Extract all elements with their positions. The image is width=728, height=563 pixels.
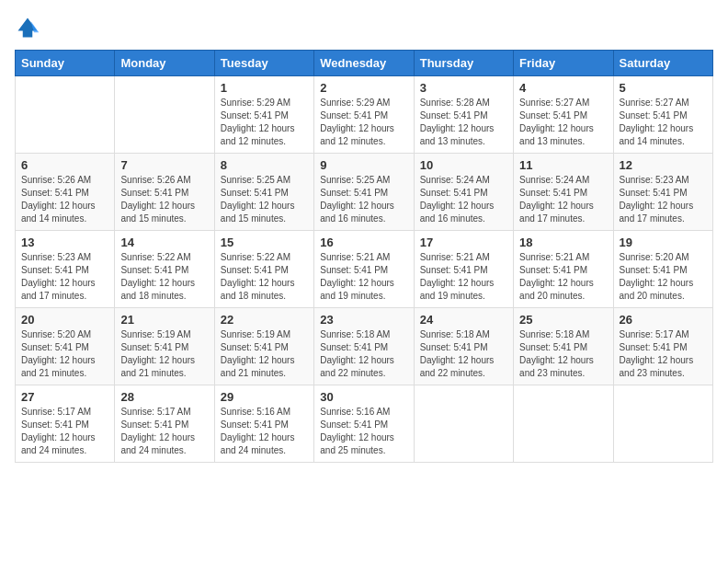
day-number: 24: [420, 313, 507, 327]
day-number: 2: [320, 81, 407, 95]
day-number: 11: [519, 158, 607, 172]
day-number: 5: [620, 81, 707, 95]
day-info: Sunrise: 5:26 AM Sunset: 5:41 PM Dayligh…: [120, 174, 208, 225]
calendar-cell: 1Sunrise: 5:29 AM Sunset: 5:41 PM Daylig…: [214, 76, 313, 154]
day-number: 14: [120, 236, 208, 249]
day-number: 23: [320, 313, 407, 327]
day-number: 25: [519, 313, 607, 327]
calendar-cell: 5Sunrise: 5:27 AM Sunset: 5:41 PM Daylig…: [613, 76, 712, 154]
weekday-header-thursday: Thursday: [414, 51, 513, 76]
calendar-week-4: 20Sunrise: 5:20 AM Sunset: 5:41 PM Dayli…: [16, 308, 713, 385]
day-number: 30: [320, 390, 407, 404]
calendar-cell: 15Sunrise: 5:22 AM Sunset: 5:41 PM Dayli…: [214, 231, 313, 308]
logo: [15, 15, 44, 40]
day-info: Sunrise: 5:17 AM Sunset: 5:41 PM Dayligh…: [21, 406, 108, 457]
day-info: Sunrise: 5:22 AM Sunset: 5:41 PM Dayligh…: [221, 251, 308, 303]
day-number: 8: [221, 158, 308, 172]
day-info: Sunrise: 5:25 AM Sunset: 5:41 PM Dayligh…: [320, 174, 407, 225]
day-info: Sunrise: 5:24 AM Sunset: 5:41 PM Dayligh…: [519, 174, 607, 225]
day-number: 21: [120, 313, 208, 327]
day-info: Sunrise: 5:23 AM Sunset: 5:41 PM Dayligh…: [620, 174, 707, 225]
calendar-cell: [613, 385, 712, 463]
day-info: Sunrise: 5:27 AM Sunset: 5:41 PM Dayligh…: [519, 97, 607, 148]
calendar-cell: 27Sunrise: 5:17 AM Sunset: 5:41 PM Dayli…: [16, 385, 115, 463]
logo-icon: [15, 15, 40, 40]
day-info: Sunrise: 5:19 AM Sunset: 5:41 PM Dayligh…: [120, 328, 208, 380]
calendar-header-row: SundayMondayTuesdayWednesdayThursdayFrid…: [16, 51, 713, 76]
calendar-cell: 19Sunrise: 5:20 AM Sunset: 5:41 PM Dayli…: [613, 231, 712, 308]
calendar-cell: 7Sunrise: 5:26 AM Sunset: 5:41 PM Daylig…: [115, 154, 214, 231]
calendar-cell: 8Sunrise: 5:25 AM Sunset: 5:41 PM Daylig…: [214, 154, 313, 231]
calendar-cell: 21Sunrise: 5:19 AM Sunset: 5:41 PM Dayli…: [115, 308, 214, 385]
calendar-week-3: 13Sunrise: 5:23 AM Sunset: 5:41 PM Dayli…: [16, 231, 713, 308]
day-number: 20: [21, 313, 108, 327]
day-number: 3: [420, 81, 507, 95]
weekday-header-sunday: Sunday: [16, 51, 115, 76]
calendar-week-2: 6Sunrise: 5:26 AM Sunset: 5:41 PM Daylig…: [16, 154, 713, 231]
day-info: Sunrise: 5:20 AM Sunset: 5:41 PM Dayligh…: [21, 328, 108, 380]
calendar-cell: 30Sunrise: 5:16 AM Sunset: 5:41 PM Dayli…: [314, 385, 414, 463]
day-number: 12: [620, 158, 707, 172]
calendar-cell: 12Sunrise: 5:23 AM Sunset: 5:41 PM Dayli…: [613, 154, 712, 231]
day-number: 10: [420, 158, 507, 172]
day-info: Sunrise: 5:27 AM Sunset: 5:41 PM Dayligh…: [620, 97, 707, 148]
calendar-cell: 25Sunrise: 5:18 AM Sunset: 5:41 PM Dayli…: [514, 308, 613, 385]
day-info: Sunrise: 5:21 AM Sunset: 5:41 PM Dayligh…: [320, 251, 407, 303]
weekday-header-saturday: Saturday: [613, 51, 712, 76]
day-number: 9: [320, 158, 407, 172]
day-info: Sunrise: 5:25 AM Sunset: 5:41 PM Dayligh…: [221, 174, 308, 225]
calendar-cell: 9Sunrise: 5:25 AM Sunset: 5:41 PM Daylig…: [314, 154, 414, 231]
day-info: Sunrise: 5:29 AM Sunset: 5:41 PM Dayligh…: [320, 97, 407, 148]
day-info: Sunrise: 5:20 AM Sunset: 5:41 PM Dayligh…: [620, 251, 707, 303]
day-info: Sunrise: 5:19 AM Sunset: 5:41 PM Dayligh…: [221, 328, 308, 380]
calendar-cell: 16Sunrise: 5:21 AM Sunset: 5:41 PM Dayli…: [314, 231, 414, 308]
day-info: Sunrise: 5:16 AM Sunset: 5:41 PM Dayligh…: [320, 406, 407, 457]
calendar-cell: 17Sunrise: 5:21 AM Sunset: 5:41 PM Dayli…: [414, 231, 513, 308]
calendar-cell: 3Sunrise: 5:28 AM Sunset: 5:41 PM Daylig…: [414, 76, 513, 154]
calendar-cell: 14Sunrise: 5:22 AM Sunset: 5:41 PM Dayli…: [115, 231, 214, 308]
day-number: 15: [221, 236, 308, 249]
day-info: Sunrise: 5:16 AM Sunset: 5:41 PM Dayligh…: [221, 406, 308, 457]
day-number: 17: [420, 236, 507, 249]
page-header: [15, 15, 713, 40]
day-info: Sunrise: 5:22 AM Sunset: 5:41 PM Dayligh…: [120, 251, 208, 303]
calendar-cell: 22Sunrise: 5:19 AM Sunset: 5:41 PM Dayli…: [214, 308, 313, 385]
calendar-cell: 23Sunrise: 5:18 AM Sunset: 5:41 PM Dayli…: [314, 308, 414, 385]
calendar-cell: 28Sunrise: 5:17 AM Sunset: 5:41 PM Dayli…: [115, 385, 214, 463]
day-number: 4: [519, 81, 607, 95]
day-number: 29: [221, 390, 308, 404]
day-number: 18: [519, 236, 607, 249]
calendar-cell: [115, 76, 214, 154]
calendar-table: SundayMondayTuesdayWednesdayThursdayFrid…: [15, 50, 713, 463]
day-number: 6: [21, 158, 108, 172]
weekday-header-monday: Monday: [115, 51, 214, 76]
day-info: Sunrise: 5:18 AM Sunset: 5:41 PM Dayligh…: [320, 328, 407, 380]
calendar-cell: 18Sunrise: 5:21 AM Sunset: 5:41 PM Dayli…: [514, 231, 613, 308]
day-info: Sunrise: 5:18 AM Sunset: 5:41 PM Dayligh…: [519, 328, 607, 380]
calendar-cell: [414, 385, 513, 463]
day-info: Sunrise: 5:17 AM Sunset: 5:41 PM Dayligh…: [120, 406, 208, 457]
day-number: 16: [320, 236, 407, 249]
day-info: Sunrise: 5:21 AM Sunset: 5:41 PM Dayligh…: [420, 251, 507, 303]
weekday-header-friday: Friday: [514, 51, 613, 76]
day-number: 26: [620, 313, 707, 327]
day-info: Sunrise: 5:17 AM Sunset: 5:41 PM Dayligh…: [620, 328, 707, 380]
calendar-cell: 24Sunrise: 5:18 AM Sunset: 5:41 PM Dayli…: [414, 308, 513, 385]
weekday-header-tuesday: Tuesday: [214, 51, 313, 76]
calendar-week-5: 27Sunrise: 5:17 AM Sunset: 5:41 PM Dayli…: [16, 385, 713, 463]
day-number: 27: [21, 390, 108, 404]
day-info: Sunrise: 5:26 AM Sunset: 5:41 PM Dayligh…: [21, 174, 108, 225]
calendar-week-1: 1Sunrise: 5:29 AM Sunset: 5:41 PM Daylig…: [16, 76, 713, 154]
calendar-cell: [514, 385, 613, 463]
calendar-cell: 4Sunrise: 5:27 AM Sunset: 5:41 PM Daylig…: [514, 76, 613, 154]
calendar-cell: 2Sunrise: 5:29 AM Sunset: 5:41 PM Daylig…: [314, 76, 414, 154]
calendar-cell: 20Sunrise: 5:20 AM Sunset: 5:41 PM Dayli…: [16, 308, 115, 385]
day-info: Sunrise: 5:23 AM Sunset: 5:41 PM Dayligh…: [21, 251, 108, 303]
day-info: Sunrise: 5:18 AM Sunset: 5:41 PM Dayligh…: [420, 328, 507, 380]
weekday-header-wednesday: Wednesday: [314, 51, 414, 76]
day-number: 28: [120, 390, 208, 404]
calendar-cell: 10Sunrise: 5:24 AM Sunset: 5:41 PM Dayli…: [414, 154, 513, 231]
calendar-cell: 13Sunrise: 5:23 AM Sunset: 5:41 PM Dayli…: [16, 231, 115, 308]
day-number: 7: [120, 158, 208, 172]
day-number: 19: [620, 236, 707, 249]
